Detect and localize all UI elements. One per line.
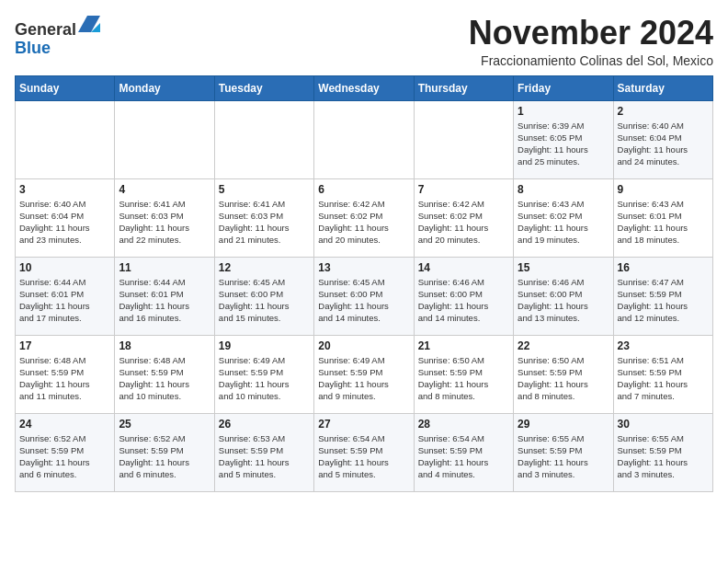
day-number: 19 <box>219 339 310 352</box>
day-number: 15 <box>518 261 609 274</box>
calendar-cell: 29Sunrise: 6:55 AM Sunset: 5:59 PM Dayli… <box>514 413 613 491</box>
calendar-cell: 23Sunrise: 6:51 AM Sunset: 5:59 PM Dayli… <box>613 335 712 413</box>
calendar-cell: 13Sunrise: 6:45 AM Sunset: 6:00 PM Dayli… <box>314 257 414 335</box>
calendar-cell <box>16 100 115 178</box>
day-number: 2 <box>618 105 709 118</box>
logo-general: General <box>15 20 76 39</box>
calendar-cell: 24Sunrise: 6:52 AM Sunset: 5:59 PM Dayli… <box>16 413 115 491</box>
day-info: Sunrise: 6:49 AM Sunset: 5:59 PM Dayligh… <box>318 354 409 403</box>
day-number: 1 <box>518 105 609 118</box>
day-number: 26 <box>219 418 310 431</box>
calendar-header: SundayMondayTuesdayWednesdayThursdayFrid… <box>16 75 713 100</box>
calendar-cell: 4Sunrise: 6:41 AM Sunset: 6:03 PM Daylig… <box>115 178 214 257</box>
day-number: 18 <box>119 339 210 352</box>
day-of-week-header: Thursday <box>414 75 513 100</box>
day-number: 29 <box>518 418 609 431</box>
day-info: Sunrise: 6:40 AM Sunset: 6:04 PM Dayligh… <box>19 198 110 247</box>
day-info: Sunrise: 6:41 AM Sunset: 6:03 PM Dayligh… <box>219 198 310 247</box>
day-info: Sunrise: 6:42 AM Sunset: 6:02 PM Dayligh… <box>418 198 509 247</box>
day-info: Sunrise: 6:40 AM Sunset: 6:04 PM Dayligh… <box>618 120 709 168</box>
calendar-cell: 14Sunrise: 6:46 AM Sunset: 6:00 PM Dayli… <box>414 257 513 335</box>
day-info: Sunrise: 6:52 AM Sunset: 5:59 PM Dayligh… <box>19 432 110 481</box>
calendar-cell: 25Sunrise: 6:52 AM Sunset: 5:59 PM Dayli… <box>115 413 214 491</box>
calendar-table: SundayMondayTuesdayWednesdayThursdayFrid… <box>15 75 713 492</box>
day-info: Sunrise: 6:43 AM Sunset: 6:01 PM Dayligh… <box>618 198 709 247</box>
calendar-cell <box>314 100 414 178</box>
calendar-cell: 20Sunrise: 6:49 AM Sunset: 5:59 PM Dayli… <box>314 335 414 413</box>
day-info: Sunrise: 6:41 AM Sunset: 6:03 PM Dayligh… <box>119 198 210 247</box>
day-number: 4 <box>119 183 210 196</box>
day-number: 23 <box>618 339 709 352</box>
day-info: Sunrise: 6:54 AM Sunset: 5:59 PM Dayligh… <box>418 432 509 481</box>
day-number: 30 <box>618 418 709 431</box>
logo: General Blue <box>15 18 100 58</box>
page-header: General Blue November 2024 Fraccionamien… <box>15 15 713 68</box>
day-info: Sunrise: 6:52 AM Sunset: 5:59 PM Dayligh… <box>119 432 210 481</box>
calendar-cell: 9Sunrise: 6:43 AM Sunset: 6:01 PM Daylig… <box>613 178 712 257</box>
day-info: Sunrise: 6:44 AM Sunset: 6:01 PM Dayligh… <box>119 276 210 325</box>
calendar-cell <box>414 100 513 178</box>
day-number: 9 <box>618 183 709 196</box>
logo-icon <box>78 13 100 35</box>
location-subtitle: Fraccionamiento Colinas del Sol, Mexico <box>469 53 713 68</box>
day-number: 5 <box>219 183 310 196</box>
title-area: November 2024 Fraccionamiento Colinas de… <box>469 15 713 68</box>
calendar-cell: 2Sunrise: 6:40 AM Sunset: 6:04 PM Daylig… <box>613 100 712 178</box>
calendar-cell: 1Sunrise: 6:39 AM Sunset: 6:05 PM Daylig… <box>514 100 613 178</box>
day-of-week-header: Wednesday <box>314 75 414 100</box>
calendar-cell: 5Sunrise: 6:41 AM Sunset: 6:03 PM Daylig… <box>214 178 313 257</box>
calendar-cell: 17Sunrise: 6:48 AM Sunset: 5:59 PM Dayli… <box>16 335 115 413</box>
day-number: 21 <box>418 339 509 352</box>
day-number: 6 <box>318 183 409 196</box>
day-of-week-header: Saturday <box>613 75 712 100</box>
calendar-cell: 30Sunrise: 6:55 AM Sunset: 5:59 PM Dayli… <box>613 413 712 491</box>
calendar-cell: 19Sunrise: 6:49 AM Sunset: 5:59 PM Dayli… <box>214 335 313 413</box>
day-of-week-header: Sunday <box>16 75 115 100</box>
calendar-cell <box>214 100 313 178</box>
day-number: 12 <box>219 261 310 274</box>
calendar-cell: 16Sunrise: 6:47 AM Sunset: 5:59 PM Dayli… <box>613 257 712 335</box>
day-number: 25 <box>119 418 210 431</box>
day-number: 17 <box>19 339 110 352</box>
calendar-cell: 26Sunrise: 6:53 AM Sunset: 5:59 PM Dayli… <box>214 413 313 491</box>
day-number: 28 <box>418 418 509 431</box>
day-number: 24 <box>19 418 110 431</box>
calendar-cell <box>115 100 214 178</box>
day-number: 3 <box>19 183 110 196</box>
calendar-cell: 21Sunrise: 6:50 AM Sunset: 5:59 PM Dayli… <box>414 335 513 413</box>
day-info: Sunrise: 6:42 AM Sunset: 6:02 PM Dayligh… <box>318 198 409 247</box>
calendar-cell: 22Sunrise: 6:50 AM Sunset: 5:59 PM Dayli… <box>514 335 613 413</box>
day-number: 13 <box>318 261 409 274</box>
day-info: Sunrise: 6:48 AM Sunset: 5:59 PM Dayligh… <box>119 354 210 403</box>
logo-blue: Blue <box>15 39 51 57</box>
day-number: 14 <box>418 261 509 274</box>
day-info: Sunrise: 6:44 AM Sunset: 6:01 PM Dayligh… <box>19 276 110 325</box>
day-number: 20 <box>318 339 409 352</box>
day-info: Sunrise: 6:47 AM Sunset: 5:59 PM Dayligh… <box>618 276 709 325</box>
day-info: Sunrise: 6:53 AM Sunset: 5:59 PM Dayligh… <box>219 432 310 481</box>
day-number: 10 <box>19 261 110 274</box>
calendar-cell: 12Sunrise: 6:45 AM Sunset: 6:00 PM Dayli… <box>214 257 313 335</box>
day-info: Sunrise: 6:45 AM Sunset: 6:00 PM Dayligh… <box>219 276 310 325</box>
day-info: Sunrise: 6:45 AM Sunset: 6:00 PM Dayligh… <box>318 276 409 325</box>
day-number: 7 <box>418 183 509 196</box>
day-info: Sunrise: 6:48 AM Sunset: 5:59 PM Dayligh… <box>19 354 110 403</box>
calendar-cell: 15Sunrise: 6:46 AM Sunset: 6:00 PM Dayli… <box>514 257 613 335</box>
day-info: Sunrise: 6:39 AM Sunset: 6:05 PM Dayligh… <box>518 120 609 168</box>
calendar-cell: 3Sunrise: 6:40 AM Sunset: 6:04 PM Daylig… <box>16 178 115 257</box>
calendar-cell: 28Sunrise: 6:54 AM Sunset: 5:59 PM Dayli… <box>414 413 513 491</box>
day-info: Sunrise: 6:46 AM Sunset: 6:00 PM Dayligh… <box>418 276 509 325</box>
day-info: Sunrise: 6:43 AM Sunset: 6:02 PM Dayligh… <box>518 198 609 247</box>
calendar-cell: 6Sunrise: 6:42 AM Sunset: 6:02 PM Daylig… <box>314 178 414 257</box>
day-of-week-header: Friday <box>514 75 613 100</box>
day-info: Sunrise: 6:55 AM Sunset: 5:59 PM Dayligh… <box>618 432 709 481</box>
day-info: Sunrise: 6:51 AM Sunset: 5:59 PM Dayligh… <box>618 354 709 403</box>
day-number: 16 <box>618 261 709 274</box>
day-info: Sunrise: 6:54 AM Sunset: 5:59 PM Dayligh… <box>318 432 409 481</box>
day-number: 22 <box>518 339 609 352</box>
calendar-cell: 10Sunrise: 6:44 AM Sunset: 6:01 PM Dayli… <box>16 257 115 335</box>
day-number: 11 <box>119 261 210 274</box>
day-info: Sunrise: 6:50 AM Sunset: 5:59 PM Dayligh… <box>418 354 509 403</box>
day-info: Sunrise: 6:55 AM Sunset: 5:59 PM Dayligh… <box>518 432 609 481</box>
calendar-cell: 18Sunrise: 6:48 AM Sunset: 5:59 PM Dayli… <box>115 335 214 413</box>
